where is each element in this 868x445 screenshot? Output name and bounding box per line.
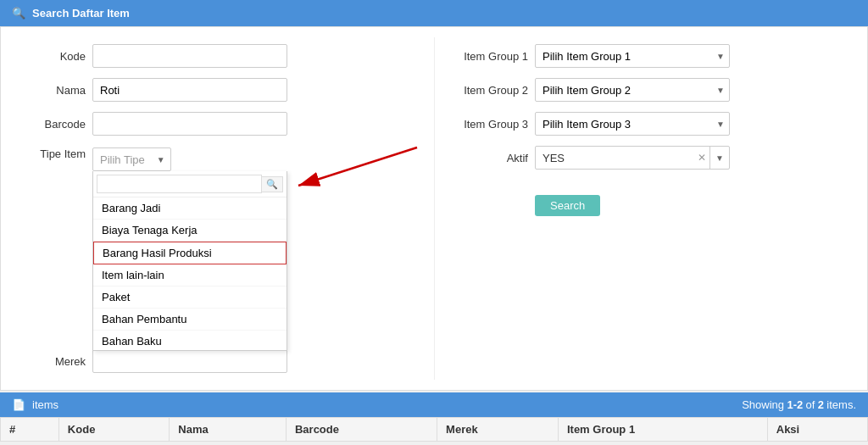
search-button-row: Search [452,178,850,216]
aktif-value: YES [536,148,694,168]
nama-input[interactable] [92,78,287,102]
aktif-row: Aktif YES ✕ ▼ [452,144,850,171]
kode-row: Kode [18,42,434,70]
barcode-label: Barcode [18,118,86,131]
group2-row: Item Group 2 Pilih Item Group 2 ▼ [452,76,850,103]
search-button[interactable]: Search [535,195,600,216]
merek-input[interactable] [92,349,287,373]
nama-row: Nama [18,76,434,103]
col-item-group1: Item Group 1 [558,418,767,442]
group3-select-wrapper: Pilih Item Group 3 ▼ [535,112,730,136]
group3-row: Item Group 3 Pilih Item Group 3 ▼ [452,110,850,137]
svg-line-1 [298,147,417,186]
red-arrow-annotation [286,139,421,207]
tipe-search-box: 🔍 [93,171,287,197]
group2-select[interactable]: Pilih Item Group 2 [535,78,730,102]
col-kode: Kode [58,418,169,442]
tipe-list: Barang Jadi Biaya Tenaga Kerja Barang Ha… [93,197,287,350]
tipe-placeholder-text: Pilih Tipe [93,150,152,170]
data-table: # Kode Nama Barcode Merek Item Group 1 A… [0,417,868,442]
tipe-item-biaya-tenaga[interactable]: Biaya Tenaga Kerja [93,220,287,242]
results-total: 2 [818,398,824,411]
merek-row: Merek [18,348,434,375]
aktif-dropdown-arrow[interactable]: ▼ [709,147,729,169]
tipe-dropdown: 🔍 Barang Jadi Biaya Tenaga Kerja Barang … [92,171,287,351]
search-form: Kode Nama Barcode Tipe Item Pilih Tipe ▼ [0,26,868,391]
barcode-input[interactable] [92,112,287,136]
header-title: Search Daftar Item [32,7,130,19]
tipe-item-barang-jadi[interactable]: Barang Jadi [93,197,287,220]
tipe-item-paket[interactable]: Paket [93,286,287,309]
group1-select-wrapper: Pilih Item Group 1 ▼ [535,44,730,68]
results-info: Showing 1-2 of 2 items. [742,398,856,411]
group2-select-wrapper: Pilih Item Group 2 ▼ [535,78,730,102]
col-merek: Merek [437,418,559,442]
aktif-clear-button[interactable]: ✕ [694,152,709,164]
group3-label: Item Group 3 [452,118,528,131]
tipe-item-bahan-baku[interactable]: Bahan Baku [93,331,287,350]
group3-select[interactable]: Pilih Item Group 3 [535,112,730,136]
group1-select[interactable]: Pilih Item Group 1 [535,44,730,68]
of-text: of [806,398,815,411]
tipe-item-barang-hasil[interactable]: Barang Hasil Produksi [93,242,287,264]
results-range: 1-2 [787,398,803,411]
col-nama: Nama [170,418,287,442]
results-title: items [32,398,58,411]
aktif-label: Aktif [452,152,528,164]
results-bar: 📄 items Showing 1-2 of 2 items. [0,392,868,417]
col-barcode: Barcode [286,418,437,442]
header-bar: 🔍 Search Daftar Item [0,0,868,26]
tipe-item-bahan-pembantu[interactable]: Bahan Pembantu [93,309,287,331]
items-label: items. [826,398,856,411]
col-hash: # [1,418,59,442]
group1-row: Item Group 1 Pilih Item Group 1 ▼ [452,42,850,70]
tipe-item-lain[interactable]: Item lain-lain [93,264,287,286]
tipe-container: Pilih Tipe ▼ 🔍 Barang Jadi Biaya Tenaga … [92,147,171,171]
table-icon: 📄 [12,398,25,411]
table-header-row: # Kode Nama Barcode Merek Item Group 1 A… [1,418,868,442]
showing-text: Showing [742,398,784,411]
kode-label: Kode [18,50,86,63]
col-aksi: Aksi [767,418,867,442]
group1-label: Item Group 1 [452,50,528,63]
tipe-row: Tipe Item Pilih Tipe ▼ 🔍 Barang Jadi [18,144,434,171]
tipe-label: Tipe Item [18,147,86,160]
nama-label: Nama [18,84,86,97]
kode-input[interactable] [92,44,287,68]
tipe-search-icon: 🔍 [262,176,283,192]
search-icon: 🔍 [12,7,25,19]
tipe-dropdown-arrow: ▼ [152,155,170,164]
tipe-search-input[interactable] [97,175,262,193]
group2-label: Item Group 2 [452,84,528,97]
merek-label: Merek [18,355,86,368]
barcode-row: Barcode [18,110,434,137]
tipe-trigger[interactable]: Pilih Tipe ▼ [92,147,171,171]
aktif-wrapper: YES ✕ ▼ [535,146,730,170]
